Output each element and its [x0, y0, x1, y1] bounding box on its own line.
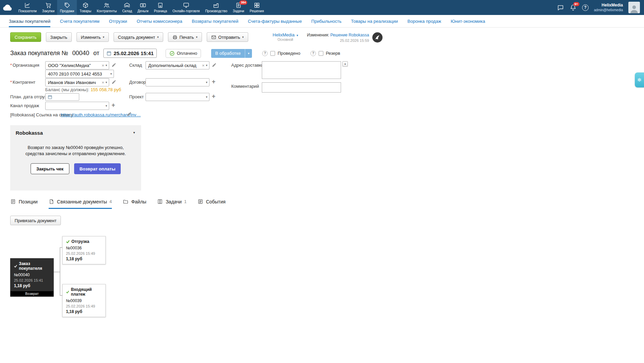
chevron-down-icon[interactable]: ▾ — [110, 72, 112, 76]
edit-button[interactable]: Изменить▾ — [77, 32, 109, 42]
snowflake-promo-tab[interactable]: ❄ — [635, 72, 644, 87]
check-circle-icon — [169, 51, 175, 56]
nav-item-retail[interactable]: Розница — [151, 0, 170, 15]
nav-item-indicators[interactable]: Показатели — [16, 0, 39, 15]
delivery-address-dropdown-button[interactable]: ▾ — [342, 61, 348, 67]
tab-commissioner-reports[interactable]: Отчеты комиссионера — [137, 15, 182, 27]
nav-item-production[interactable]: Производство — [202, 0, 230, 15]
card-doc-amount: 1,18 руб — [66, 309, 102, 314]
bind-document-button[interactable]: Привязать документ — [10, 216, 61, 225]
robokassa-panel: Robokassa ▾ Возврат по заказу №00040 про… — [10, 125, 141, 191]
clear-icon[interactable]: × — [102, 63, 104, 68]
bank-account-value: 4070 2810 0700 1442 4553 — [48, 71, 110, 77]
chevron-down-icon[interactable]: ▾ — [206, 81, 207, 84]
card-doc-amount: 1,18 руб — [66, 257, 102, 261]
chat-icon[interactable] — [557, 4, 564, 11]
app-logo-cloud-icon[interactable] — [0, 0, 16, 15]
clear-icon[interactable]: × — [102, 80, 104, 85]
document-number[interactable]: 00040 — [72, 50, 89, 57]
delivery-address-label: Адрес доставки — [231, 61, 264, 69]
changes-link[interactable]: Решение Robokassa — [331, 33, 369, 37]
clear-icon[interactable]: × — [202, 63, 205, 68]
organization-edit-pencil-icon[interactable] — [112, 63, 116, 67]
warehouse-combobox[interactable]: Дополнительный склад ×▾ — [146, 61, 209, 69]
card-doc-type: Входящий платеж — [71, 287, 102, 297]
nav-label: Онлайн-торговля — [172, 9, 200, 13]
tab-tasks[interactable]: Задачи 1 — [157, 199, 186, 209]
contract-select[interactable]: ▾ — [146, 78, 209, 86]
add-project-plus-icon[interactable]: + — [212, 92, 216, 100]
collapse-chevron-icon[interactable]: ▾ — [133, 131, 135, 134]
chevron-down-icon[interactable]: ▾ — [206, 95, 207, 99]
solutions-grid-icon — [254, 2, 260, 9]
tab-customer-orders[interactable]: Заказы покупателей — [9, 15, 50, 27]
nav-item-products[interactable]: Товары — [77, 0, 94, 15]
card-doc-type: Отгрузка — [71, 239, 89, 244]
tab-events[interactable]: События — [198, 199, 226, 209]
nav-item-money[interactable]: Деньги — [135, 0, 151, 15]
robokassa-logo[interactable] — [372, 32, 383, 43]
context-cluster: HelixMedia▾ Основной Изменения: Решение … — [273, 32, 383, 43]
sales-channel-select[interactable]: ▾ — [45, 102, 109, 110]
robokassa-message: Возврат по заказу №00040 проведён успешн… — [25, 145, 127, 156]
nav-item-solutions[interactable]: Решения — [247, 0, 267, 15]
tab-profitability[interactable]: Прибыльность — [311, 15, 342, 27]
refund-payment-button[interactable]: Возврат оплаты — [74, 163, 121, 174]
add-sales-channel-plus-icon[interactable]: + — [112, 101, 115, 109]
chevron-down-icon[interactable]: ▾ — [206, 64, 207, 67]
organization-combobox[interactable]: ООО "ХеликсМедиа" ×▾ — [45, 61, 109, 69]
reserve-help-icon[interactable]: ? — [310, 51, 316, 56]
ship-date-input[interactable] — [45, 93, 79, 101]
tab-unit-economics[interactable]: Юнит-экономика — [451, 15, 485, 27]
tab-issued-invoices[interactable]: Счета-фактуры выданные — [248, 15, 302, 27]
tab-linked-documents[interactable]: Связанные документы 4 — [49, 199, 112, 209]
reserve-checkbox[interactable] — [319, 51, 323, 56]
nav-item-online-trade[interactable]: Онлайн-торговля — [170, 0, 202, 15]
user-avatar[interactable] — [628, 2, 640, 13]
linked-card-incoming-payment[interactable]: Входящий платеж №00039 25.02.2026 15:49 … — [62, 284, 106, 317]
bank-account-select[interactable]: 4070 2810 0700 1442 4553 ▾ — [45, 70, 114, 78]
user-block[interactable]: HelixMedia admin@helixmedia — [594, 3, 623, 13]
chevron-down-icon[interactable]: ▾ — [105, 81, 107, 84]
counterparty-edit-pencil-icon[interactable] — [112, 80, 116, 84]
editor-toolbar: Сохранить Закрыть Изменить▾ Создать доку… — [10, 32, 644, 43]
help-icon[interactable]: ? — [582, 4, 589, 11]
add-contract-plus-icon[interactable]: + — [212, 78, 216, 86]
linked-card-shipment[interactable]: Отгрузка №00036 25.02.2026 15:49 1,18 ру… — [62, 236, 106, 264]
conducted-help-icon[interactable]: ? — [262, 51, 268, 56]
send-button[interactable]: Отправить▾ — [207, 32, 248, 42]
counterparty-combobox[interactable]: Иванов Иван Иванович ×▾ — [45, 78, 109, 86]
nav-item-counterparties[interactable]: Контрагенты — [94, 0, 119, 15]
tab-positions[interactable]: Позиции — [10, 199, 38, 209]
status-dropdown[interactable]: В обработке ▾ — [211, 49, 252, 58]
purchases-cart-icon — [45, 2, 52, 9]
delivery-address-textarea[interactable] — [262, 61, 341, 79]
project-select[interactable]: ▾ — [146, 93, 209, 101]
close-receipt-button[interactable]: Закрыть чек — [31, 163, 69, 174]
tab-customer-invoices[interactable]: Счета покупателям — [60, 15, 99, 27]
changes-info: Изменения: Решение Robokassa 25.02.2026 … — [307, 32, 369, 43]
nav-item-warehouse[interactable]: Склад — [119, 0, 135, 15]
print-button[interactable]: Печать▾ — [168, 32, 202, 42]
nav-item-sales[interactable]: Продажи — [57, 0, 77, 15]
tab-shipments[interactable]: Отгрузки — [109, 15, 127, 27]
warehouse-edit-pencil-icon[interactable] — [212, 63, 217, 67]
create-document-button[interactable]: Создать документ▾ — [114, 32, 163, 42]
tab-sales-funnel[interactable]: Воронка продаж — [407, 15, 441, 27]
document-datetime-input[interactable]: 25.02.2026 15:41 — [103, 49, 157, 58]
nav-item-purchases[interactable]: Закупки — [39, 0, 57, 15]
save-button[interactable]: Сохранить — [10, 32, 41, 42]
comment-textarea[interactable] — [262, 82, 341, 93]
chevron-down-icon[interactable]: ▾ — [105, 104, 107, 108]
tab-consignment-goods[interactable]: Товары на реализации — [351, 15, 398, 27]
payment-link-edit-pencil-icon[interactable] — [127, 112, 132, 116]
nav-item-tasks[interactable]: 384 Задачи — [230, 0, 247, 15]
tab-customer-returns[interactable]: Возвраты покупателей — [192, 15, 238, 27]
chevron-down-icon[interactable]: ▾ — [105, 64, 107, 67]
notifications-bell-icon[interactable]: 9+ — [570, 4, 577, 11]
tab-files[interactable]: Файлы — [123, 199, 146, 209]
organization-switcher[interactable]: HelixMedia▾ Основной — [273, 32, 298, 42]
close-button[interactable]: Закрыть — [46, 32, 72, 42]
conducted-checkbox[interactable] — [270, 51, 275, 56]
linked-card-customer-order[interactable]: Заказ покупателя №00040 25.02.2026 15:41… — [10, 258, 54, 297]
